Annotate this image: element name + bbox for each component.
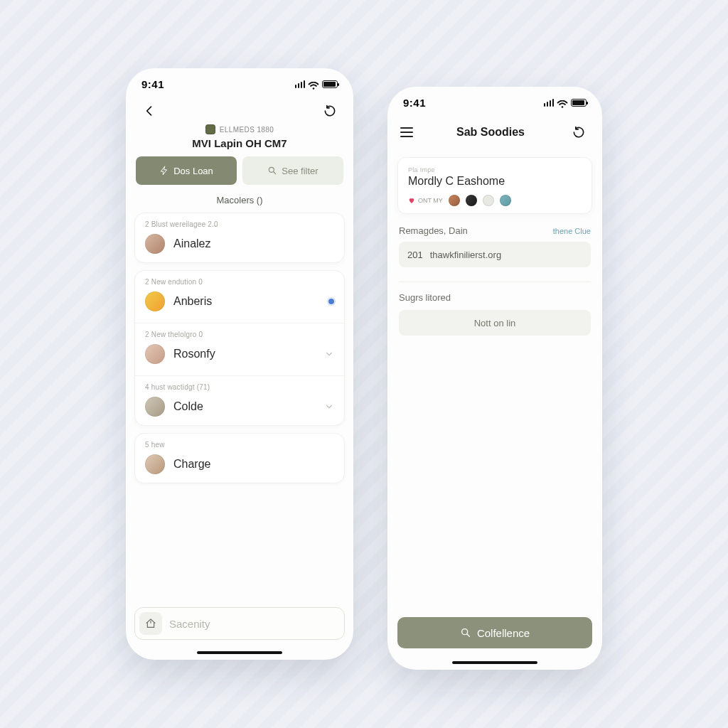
menu-button[interactable] [400, 127, 413, 137]
search-icon [460, 627, 471, 638]
status-time: 9:41 [403, 97, 426, 109]
like-label: ONT MY [418, 197, 443, 204]
svg-point-1 [269, 167, 274, 172]
svg-point-0 [313, 87, 315, 90]
card-sub: 2 New thelolgro 0 [135, 323, 344, 343]
section-label: Macolers () [126, 185, 353, 213]
mini-avatar [466, 195, 477, 206]
secondary-action-button[interactable]: See filter [242, 156, 343, 185]
sugrs-label: Sugrs litored [387, 282, 602, 303]
card-title: Mordly C Eashome [408, 175, 582, 188]
home-indicator [452, 661, 537, 664]
mini-avatar [483, 195, 494, 206]
status-time: 9:41 [141, 78, 164, 90]
avatar [145, 454, 165, 474]
card-head: 2 New endution 0 [135, 271, 344, 290]
signal-icon [544, 99, 555, 107]
header-tag-label: ELLMEDS 1880 [220, 126, 274, 134]
avatar [145, 291, 165, 311]
signal-icon [295, 80, 306, 88]
card-head: 5 hew [135, 434, 344, 453]
list-item-name: Anberis [173, 295, 320, 308]
list-item-name: Ainalez [173, 237, 334, 250]
page-title: MVI Lapin OH CM7 [126, 137, 353, 149]
remages-section: Remagdes, Dain thene Clue 201 thawkfinil… [387, 214, 602, 267]
page-title: Sab Soodies [456, 126, 525, 139]
feature-card[interactable]: Pla Impe Mordly C Eashome ONT MY [397, 157, 592, 214]
header: ELLMEDS 1880 MVI Lapin OH CM7 [126, 123, 353, 156]
battery-icon [571, 99, 587, 107]
refresh-button[interactable] [319, 100, 341, 122]
url-value: thawkfinilierst.org [430, 250, 501, 260]
back-button[interactable] [139, 100, 160, 122]
nav-row: Sab Soodies [387, 112, 602, 147]
avatar [145, 397, 165, 417]
bottom-search[interactable] [134, 607, 345, 640]
heart-icon [408, 197, 415, 204]
home-chip[interactable] [139, 612, 162, 635]
primary-cta-button[interactable]: Colfellence [397, 617, 592, 648]
status-dot-icon [328, 299, 334, 304]
list-item-name: Rosonfy [173, 348, 316, 360]
list-item[interactable]: Charge [135, 453, 344, 483]
list-item[interactable]: Anberis [135, 290, 344, 320]
search-input[interactable] [169, 618, 340, 630]
secondary-action-label: See filter [282, 166, 318, 176]
svg-point-3 [462, 629, 468, 635]
card-sub: 4 hust wactidgt (71) [135, 376, 344, 395]
cta-label: Colfellence [477, 627, 530, 639]
section-link[interactable]: thene Clue [553, 227, 591, 235]
search-icon [267, 166, 277, 176]
not-online-label: Nott on lin [474, 318, 516, 328]
list-item[interactable]: Ainalez [135, 232, 344, 262]
section-label: Remagdes, Dain [399, 225, 468, 236]
status-bar: 9:41 [387, 87, 602, 112]
not-online-pill: Nott on lin [399, 310, 591, 336]
list-item-name: Colde [173, 400, 316, 413]
status-bar: 9:41 [126, 68, 353, 93]
wifi-icon [557, 99, 568, 107]
card-meta: ONT MY [408, 195, 582, 206]
phone-left: 9:41 ELLMEDS 1880 MVI Lapin OH CM7 Dos L… [126, 68, 353, 660]
list-item[interactable]: Rosonfy [135, 343, 344, 373]
action-buttons: Dos Loan See filter [126, 156, 353, 185]
header-tag: ELLMEDS 1880 [126, 124, 353, 134]
phone-right: 9:41 Sab Soodies Pla Impe Mordly C Easho… [387, 87, 602, 670]
like-badge[interactable]: ONT MY [408, 197, 443, 204]
primary-action-button[interactable]: Dos Loan [136, 156, 237, 185]
nav-row [126, 93, 353, 123]
list-item[interactable]: Colde [135, 395, 344, 425]
card-item[interactable]: 5 hew Charge [134, 433, 345, 483]
card-item: 2 New endution 0 Anberis 2 New thelolgro… [134, 270, 345, 426]
status-icons [544, 99, 587, 107]
bolt-icon [159, 166, 169, 176]
chevron-down-icon [324, 349, 334, 359]
home-indicator [197, 651, 282, 654]
avatar [145, 344, 165, 364]
url-field[interactable]: 201 thawkfinilierst.org [399, 242, 591, 267]
home-icon [145, 618, 156, 629]
wifi-icon [308, 80, 319, 89]
primary-action-label: Dos Loan [173, 166, 213, 176]
list-item-name: Charge [173, 458, 334, 471]
card-head: 2 Blust wereilagee 2.0 [135, 213, 344, 232]
chevron-down-icon [324, 402, 334, 412]
status-icons [295, 80, 338, 89]
card-eyebrow: Pla Impe [408, 166, 582, 173]
cards-list: 2 Blust wereilagee 2.0 Ainalez 2 New end… [126, 213, 353, 483]
url-prefix: 201 [407, 250, 423, 260]
avatar [145, 234, 165, 254]
svg-point-2 [562, 106, 564, 108]
brand-swatch-icon [205, 124, 215, 134]
refresh-button[interactable] [568, 122, 589, 143]
mini-avatar [500, 195, 511, 206]
battery-icon [322, 80, 338, 88]
mini-avatar [449, 195, 460, 206]
card-item[interactable]: 2 Blust wereilagee 2.0 Ainalez [134, 213, 345, 263]
